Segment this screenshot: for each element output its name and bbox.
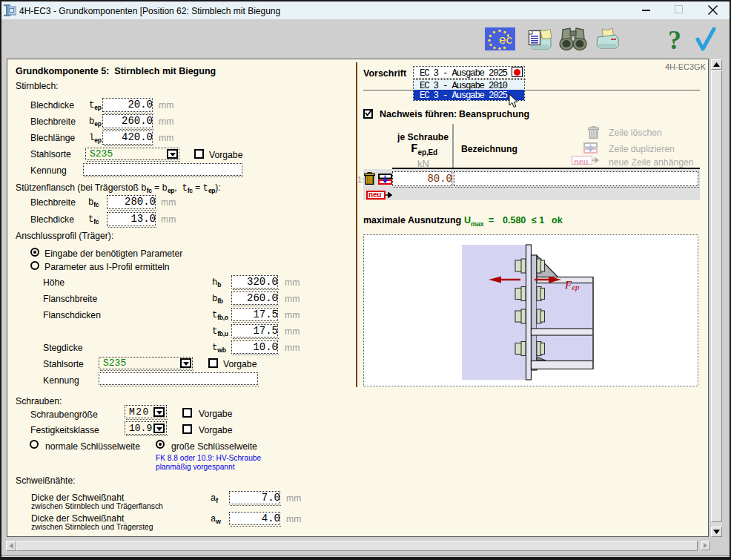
svg-text:ec: ec	[499, 33, 512, 47]
